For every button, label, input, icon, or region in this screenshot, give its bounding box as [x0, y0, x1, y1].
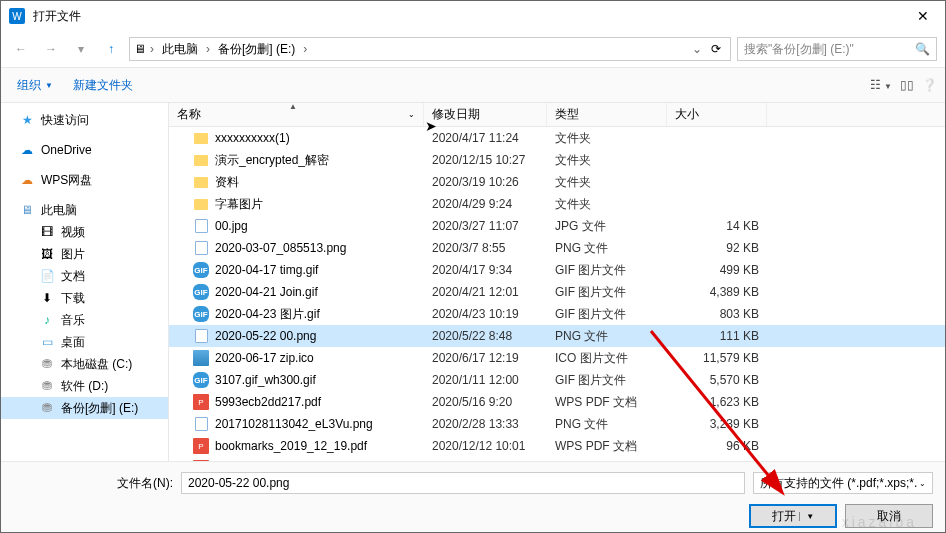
sidebar-diskd[interactable]: ⛃软件 (D:) [1, 375, 168, 397]
video-icon: 🎞 [39, 224, 55, 240]
table-row[interactable]: Pbookmarks_2019_12_19.pdf2020/12/12 10:0… [169, 435, 945, 457]
sidebar-diske[interactable]: ⛃备份[勿删] (E:) [1, 397, 168, 419]
table-row[interactable]: 20171028113042_eL3Vu.png2020/2/28 13:33P… [169, 413, 945, 435]
sidebar-thispc[interactable]: 🖥此电脑 [1, 199, 168, 221]
organize-button[interactable]: 组织▼ [9, 73, 61, 98]
crumb-root[interactable]: 此电脑 [158, 39, 202, 60]
table-row[interactable]: 演示_encrypted_解密2020/12/15 10:27文件夹 [169, 149, 945, 171]
pc-icon: 🖥 [134, 42, 146, 56]
nav-dropdown[interactable]: ▾ [69, 37, 93, 61]
new-folder-button[interactable]: 新建文件夹 [65, 73, 141, 98]
table-row[interactable]: P5993ecb2dd217.pdf2020/5/16 9:20WPS PDF … [169, 391, 945, 413]
file-name: 3107.gif_wh300.gif [215, 373, 316, 387]
sidebar-video[interactable]: 🎞视频 [1, 221, 168, 243]
breadcrumb-dropdown[interactable]: ⌄ [690, 42, 704, 56]
desktop-icon: ▭ [39, 334, 55, 350]
file-name: 2020-04-23 图片.gif [215, 306, 320, 323]
breadcrumb[interactable]: 🖥 › 此电脑 › 备份[勿删] (E:) › ⌄ ⟳ [129, 37, 731, 61]
preview-pane-button[interactable]: ▯▯ [900, 78, 914, 92]
table-row[interactable]: xxxxxxxxxx(1)2020/4/17 11:24文件夹 [169, 127, 945, 149]
file-type: 文件夹 [547, 196, 667, 213]
file-date: 2020/3/27 11:07 [424, 219, 547, 233]
table-row[interactable]: GIF2020-04-21 Join.gif2020/4/21 12:01GIF… [169, 281, 945, 303]
col-type[interactable]: 类型 [547, 103, 667, 126]
file-date: 2020/4/21 12:01 [424, 285, 547, 299]
folder-icon [193, 196, 209, 212]
pictures-icon: 🖼 [39, 246, 55, 262]
close-button[interactable]: ✕ [900, 1, 945, 31]
wps-icon: ☁ [19, 172, 35, 188]
sidebar-music[interactable]: ♪音乐 [1, 309, 168, 331]
file-date: 2020/5/22 8:48 [424, 329, 547, 343]
nav-forward[interactable]: → [39, 37, 63, 61]
gif-icon: GIF [193, 372, 209, 388]
table-row[interactable]: GIF2020-04-17 timg.gif2020/4/17 9:34GIF … [169, 259, 945, 281]
file-list[interactable]: xxxxxxxxxx(1)2020/4/17 11:24文件夹演示_encryp… [169, 127, 945, 461]
table-row[interactable]: 资料2020/3/19 10:26文件夹 [169, 171, 945, 193]
crumb-folder[interactable]: 备份[勿删] (E:) [214, 39, 299, 60]
file-size: 499 KB [667, 263, 767, 277]
folder-icon [193, 152, 209, 168]
file-date: 2020/2/28 13:33 [424, 417, 547, 431]
file-date: 2020/4/29 9:24 [424, 197, 547, 211]
help-icon[interactable]: ❔ [922, 78, 937, 92]
file-name: 2020-05-22 00.png [215, 329, 316, 343]
table-row[interactable]: 字幕图片2020/4/29 9:24文件夹 [169, 193, 945, 215]
nav-back[interactable]: ← [9, 37, 33, 61]
file-type: 文件夹 [547, 152, 667, 169]
star-icon: ★ [19, 112, 35, 128]
file-pane: ▲ 名称⌄ 修改日期 类型 大小 xxxxxxxxxx(1)2020/4/17 … [169, 103, 945, 461]
table-row[interactable]: 00.jpg2020/3/27 11:07JPG 文件14 KB [169, 215, 945, 237]
sidebar-downloads[interactable]: ⬇下载 [1, 287, 168, 309]
file-size: 5,570 KB [667, 373, 767, 387]
refresh-button[interactable]: ⟳ [706, 42, 726, 56]
file-type: GIF 图片文件 [547, 262, 667, 279]
table-row[interactable]: GIF2020-04-23 图片.gif2020/4/23 10:19GIF 图… [169, 303, 945, 325]
file-date: 2020/1/11 12:00 [424, 373, 547, 387]
file-type: WPS PDF 文档 [547, 460, 667, 462]
ico-icon [193, 350, 209, 366]
file-name: 字幕图片 [215, 196, 263, 213]
sidebar-onedrive[interactable]: ☁OneDrive [1, 139, 168, 161]
view-options-button[interactable]: ☷ ▼ [870, 78, 892, 92]
open-button[interactable]: 打开 ▼ [749, 504, 837, 528]
gif-icon: GIF [193, 306, 209, 322]
disk-icon: ⛃ [39, 356, 55, 372]
pdf-icon: P [193, 394, 209, 410]
filetype-filter[interactable]: 所有支持的文件 (*.pdf;*.xps;*.⌄ [753, 472, 933, 494]
col-date[interactable]: 修改日期 [424, 103, 547, 126]
table-row[interactable]: 2020-05-22 00.png2020/5/22 8:48PNG 文件111… [169, 325, 945, 347]
file-type: PNG 文件 [547, 416, 667, 433]
file-date: 2020/12/15 10:27 [424, 153, 547, 167]
file-type: JPG 文件 [547, 218, 667, 235]
search-input[interactable]: 搜索"备份[勿删] (E:)" 🔍 [737, 37, 937, 61]
file-name: xxxxxxxxxx(1) [215, 131, 290, 145]
file-size: 111 KB [667, 329, 767, 343]
pdf-icon: P [193, 460, 209, 461]
table-row[interactable]: GIF3107.gif_wh300.gif2020/1/11 12:00GIF … [169, 369, 945, 391]
file-name: 20171028113042_eL3Vu.png [215, 417, 373, 431]
col-size[interactable]: 大小 [667, 103, 767, 126]
file-type: PNG 文件 [547, 328, 667, 345]
table-row[interactable]: 2020-03-07_085513.png2020/3/7 8:55PNG 文件… [169, 237, 945, 259]
table-row[interactable]: Pdemo.pdf2012/7/5 10:20WPS PDF 文档24 KB [169, 457, 945, 461]
sidebar-pictures[interactable]: 🖼图片 [1, 243, 168, 265]
search-placeholder: 搜索"备份[勿删] (E:)" [744, 41, 854, 58]
file-type: PNG 文件 [547, 240, 667, 257]
file-size: 3,239 KB [667, 417, 767, 431]
downloads-icon: ⬇ [39, 290, 55, 306]
file-date: 2020/4/23 10:19 [424, 307, 547, 321]
cloud-icon: ☁ [19, 142, 35, 158]
sidebar-quick-access[interactable]: ★快速访问 [1, 109, 168, 131]
main-area: ★快速访问 ☁OneDrive ☁WPS网盘 🖥此电脑 🎞视频 🖼图片 📄文档 … [1, 103, 945, 461]
nav-up[interactable]: ↑ [99, 37, 123, 61]
file-type: GIF 图片文件 [547, 284, 667, 301]
sidebar-documents[interactable]: 📄文档 [1, 265, 168, 287]
file-date: 2020/3/7 8:55 [424, 241, 547, 255]
table-row[interactable]: 2020-06-17 zip.ico2020/6/17 12:19ICO 图片文… [169, 347, 945, 369]
file-name: 2020-04-21 Join.gif [215, 285, 318, 299]
sidebar-diskc[interactable]: ⛃本地磁盘 (C:) [1, 353, 168, 375]
sidebar-wps[interactable]: ☁WPS网盘 [1, 169, 168, 191]
sidebar-desktop[interactable]: ▭桌面 [1, 331, 168, 353]
filename-input[interactable] [181, 472, 745, 494]
